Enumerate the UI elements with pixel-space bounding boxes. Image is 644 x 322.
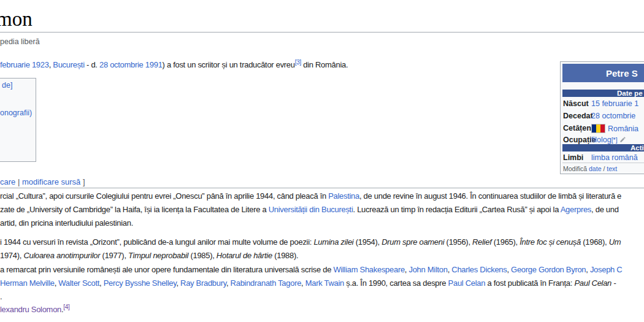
text-segment: (1965), [491,237,519,247]
paragraph-line: a remarcat prin versiunile românești ale… [0,264,622,275]
inline-link[interactable]: Walter Scott [58,278,99,288]
infobox-title-bar: Petre S [562,64,644,82]
text-segment: Culoarea anotimpurilor [23,251,100,260]
infobox-citizenship-link[interactable]: România [608,125,638,133]
inline-link[interactable]: Ray Bradbury [180,278,226,288]
reference-link[interactable]: [4] [63,304,69,310]
text-segment: a remarcat prin versiunile românești ale… [0,265,333,274]
infobox-died-label: Decedat [563,112,593,120]
text-segment: Hotarul de hârtie [217,251,272,260]
text-segment: (1956), [444,237,472,247]
page-title: mon [0,8,33,30]
text-segment: , [99,278,104,288]
text-segment: Paul Celan - [574,278,616,288]
infobox-section-activity-label: Activ [631,144,644,151]
infobox-title: Petre S [606,68,638,79]
title-divider [0,32,644,33]
paragraph-line: . [0,291,2,302]
toc-hide-toggle[interactable]: de] [2,81,12,90]
text-segment: . Lucrează un timp în redacția Editurii … [353,205,561,214]
paragraph-line: rcial „Cultura”, apoi cursurile Colegiul… [0,191,621,201]
inline-link[interactable]: 28 octombrie 1991 [99,60,163,69]
text-segment: Relief [472,237,491,247]
inline-link[interactable]: modificare sursă [22,177,80,186]
text-segment: a fost publicată în Franța: [485,278,574,288]
inline-link[interactable]: Charles Dickens [451,265,507,274]
infobox-languages-value-link[interactable]: limba română [591,153,638,162]
text-segment: Timpul neprobabil [128,251,188,260]
infobox-occupation-link[interactable]: filolog [591,136,611,144]
inline-link[interactable]: John Milton [408,265,447,274]
inline-link[interactable]: Percy Bysshe Shelley [104,278,177,288]
toc-item-link[interactable]: onografii) [0,109,32,117]
inline-link[interactable]: lexandru Solomon [0,305,61,314]
inline-link[interactable]: București [53,60,85,69]
inline-link[interactable]: William Shakespeare [333,265,404,274]
infobox-died-value-link[interactable]: 28 octombrie [591,112,635,120]
inline-link[interactable]: Joseph C [590,265,623,274]
text-segment: - d. [85,60,99,69]
text-segment: ] [80,177,85,186]
infobox-occupation-ref[interactable]: [*] [611,136,618,144]
text-segment: Între foc și cenușă [519,237,581,247]
paragraph-line: artid, din pricina interludiului palesti… [0,218,133,228]
infobox-footer-divider [562,163,644,163]
infobox-section-personal-label: Date pe [617,90,643,97]
text-segment: zate de „University of Cambridge” la Hai… [0,205,269,214]
paragraph-line: lexandru Solomon.[4] [0,304,70,315]
text-segment: artid, din pricina interludiului palesti… [0,218,133,228]
infobox-modify-date-link[interactable]: date [589,165,601,172]
section-heading-divider [0,188,644,188]
text-segment: , [301,278,305,288]
romania-flag-icon [591,124,605,133]
person-infobox: Petre S Date pe Născut 15 februarie 1 De… [560,61,644,174]
text-segment: i 1944 cu versuri în revista „Orizont”, … [0,237,313,247]
edit-pencil-icon[interactable] [619,136,626,145]
infobox-occupation-value: filolog[*] [591,136,626,145]
text-segment: . [0,292,2,301]
paragraph-line: i 1944 cu versuri în revista „Orizont”, … [0,237,621,247]
text-segment: , de und [591,205,619,214]
text-segment: Lumina zilei [313,237,353,247]
text-segment: (1985), [188,251,217,260]
reference-link[interactable]: [3] [295,59,301,66]
inline-link[interactable]: Mark Twain [305,278,344,288]
infobox-section-activity: Activ [562,144,644,151]
text-segment: , [586,265,590,274]
inline-link[interactable]: Universității din București [269,205,353,214]
infobox-footer-separator: / [601,165,607,172]
intro-paragraph-line: februarie 1923, București - d. 28 octomb… [0,59,348,70]
inline-link[interactable]: care [0,177,15,186]
paragraph-line: Herman Melville, Walter Scott, Percy Bys… [0,278,616,288]
inline-link[interactable]: Rabindranath Tagore [231,278,301,288]
inline-link[interactable]: George Gordon Byron [511,265,586,274]
site-tagline: pedia liberă [0,37,40,46]
inline-link[interactable]: Palestina [328,191,359,201]
inline-link[interactable]: februarie 1923 [0,60,49,69]
paragraph-line: 1974), Culoarea anotimpurilor (1977), Ti… [0,250,298,261]
section-edit-links: care | modificare sursă ] [0,177,85,187]
text-segment: Um [609,237,621,247]
infobox-born-label: Născut [563,99,589,108]
infobox-footer: Modifică date / text [563,165,617,172]
text-segment: , [226,278,231,288]
text-segment: din România. [301,60,348,69]
table-of-contents: de] onografii) [0,78,36,162]
infobox-section-personal: Date pe [562,90,644,97]
inline-link[interactable]: Herman Melville [0,278,55,288]
infobox-modify-label: Modifică [563,165,587,172]
infobox-born-value-link[interactable]: 15 februarie 1 [591,99,638,108]
text-segment: ) a fost un scriitor și un traducător ev… [163,60,295,69]
inline-link[interactable]: Agerpres [561,205,591,214]
text-segment: (1954), [353,237,381,247]
text-segment: | [15,177,22,186]
text-segment: (1977), [100,251,128,260]
wikipedia-article-page: mon pedia liberă februarie 1923, Bucureș… [0,0,644,322]
infobox-modify-text-link[interactable]: text [607,165,617,172]
text-segment: 1974), [0,251,23,260]
infobox-languages-label: Limbi [563,153,583,162]
text-segment: (1988). [272,251,298,260]
text-segment: , de unde revine în august 1946. În cont… [359,191,621,201]
paragraph-line: zate de „University of Cambridge” la Hai… [0,204,619,215]
inline-link[interactable]: Paul Celan [448,278,486,288]
